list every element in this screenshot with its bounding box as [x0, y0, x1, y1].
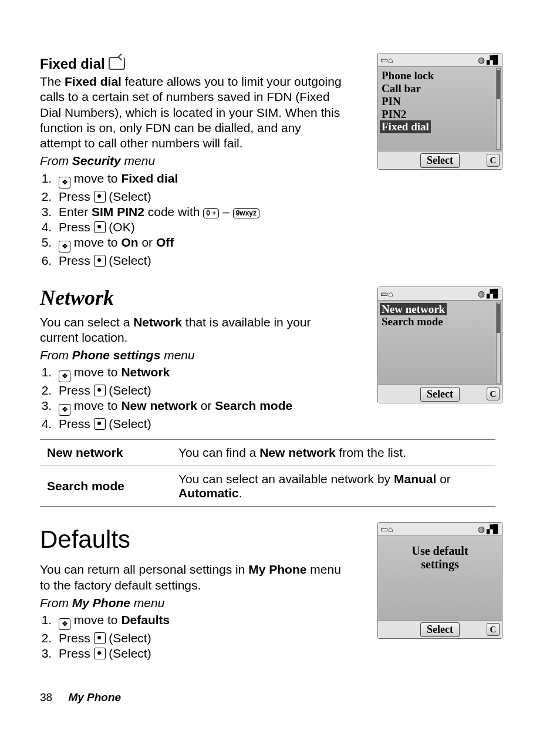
step: Press (Select) — [55, 631, 345, 645]
network-options-table: New network You can find a New network f… — [40, 439, 495, 507]
step: Press (Select) — [55, 190, 345, 204]
defaults-heading: Defaults — [40, 525, 345, 554]
defaults-steps: move to Defaults Press (Select) Press (S… — [40, 613, 345, 661]
menu-item-selected: New network — [382, 303, 498, 316]
phone-status-bar: ▭⌂◍ ▞▊ — [378, 523, 502, 536]
step: move to Network — [55, 365, 345, 382]
step: move to Defaults — [55, 613, 345, 630]
page-number: 38 — [40, 691, 52, 703]
center-key-icon — [94, 385, 106, 396]
key-0: 0 + — [203, 208, 219, 218]
softkey-select: Select — [420, 622, 460, 637]
step: Press (OK) — [55, 220, 345, 234]
confirm-message: Use default settings — [382, 538, 498, 571]
network-steps: move to Network Press (Select) move to N… — [40, 365, 345, 431]
opt-label: New network — [40, 440, 171, 466]
step: move to New network or Search mode — [55, 399, 345, 416]
nav-icon — [59, 241, 70, 252]
page-footer: 38 My Phone — [40, 691, 121, 704]
center-key-icon — [94, 648, 106, 659]
table-row: New network You can find a New network f… — [40, 440, 495, 466]
opt-desc: You can find a New network from the list… — [171, 440, 495, 466]
menu-item: Search mode — [382, 315, 498, 328]
table-row: Search mode You can select an available … — [40, 466, 495, 507]
phone-status-bar: ▭⌂◍ ▞▊ — [378, 53, 502, 67]
defaults-intro: You can return all personal settings in … — [40, 562, 345, 593]
step: Press (Select) — [55, 646, 345, 661]
from-security: From Security menu — [40, 153, 345, 169]
opt-desc: You can select an available network by M… — [171, 466, 495, 507]
menu-item: Call bar — [382, 82, 498, 95]
scrollbar — [496, 68, 501, 150]
phone-status-bar: ▭⌂◍ ▞▊ — [378, 287, 502, 301]
section-name: My Phone — [68, 691, 121, 703]
softkey-select: Select — [420, 387, 460, 402]
screenshot-network-menu: ▭⌂◍ ▞▊ New network Search mode SelectC — [377, 287, 502, 403]
softkey-c: C — [487, 388, 500, 400]
step: move to On or Off — [55, 235, 345, 252]
sim-icon — [109, 57, 125, 70]
step: Press (Select) — [55, 254, 345, 268]
nav-icon — [59, 618, 70, 630]
softkey-c: C — [487, 154, 500, 167]
fixed-dial-steps: move to Fixed dial Press (Select) Enter … — [40, 171, 345, 268]
menu-item-selected: Fixed dial — [382, 120, 498, 133]
step: Press (Select) — [55, 417, 345, 431]
network-intro: You can select a Network that is availab… — [40, 315, 345, 346]
center-key-icon — [94, 632, 106, 644]
heading-text: Fixed dial — [40, 56, 105, 72]
scrollbar — [496, 302, 501, 383]
nav-icon — [59, 370, 70, 382]
nav-icon — [59, 177, 70, 188]
center-key-icon — [94, 191, 106, 203]
step: Press (Select) — [55, 383, 345, 397]
key-9: 9wxyz — [233, 208, 259, 218]
screenshot-security-menu: ▭⌂◍ ▞▊ Phone lock Call bar PIN PIN2 Fixe… — [377, 53, 502, 170]
network-heading: Network — [40, 285, 345, 310]
step: move to Fixed dial — [55, 171, 345, 188]
menu-item: PIN2 — [382, 108, 498, 121]
softkey-c: C — [487, 623, 500, 636]
fixed-dial-intro: The Fixed dial feature allows you to lim… — [40, 74, 345, 151]
softkey-select: Select — [420, 153, 460, 168]
menu-item: Phone lock — [382, 69, 498, 82]
center-key-icon — [94, 221, 106, 233]
center-key-icon — [94, 418, 106, 430]
nav-icon — [59, 404, 70, 416]
fixed-dial-heading: Fixed dial — [40, 56, 345, 72]
screenshot-defaults: ▭⌂◍ ▞▊ Use default settings SelectC — [377, 522, 502, 639]
from-phone-settings: From Phone settings menu — [40, 348, 345, 363]
menu-item: PIN — [382, 95, 498, 108]
step: Enter SIM PIN2 code with 0 + – 9wxyz — [55, 205, 345, 219]
center-key-icon — [94, 255, 106, 267]
opt-label: Search mode — [40, 466, 171, 507]
from-my-phone: From My Phone menu — [40, 595, 345, 611]
